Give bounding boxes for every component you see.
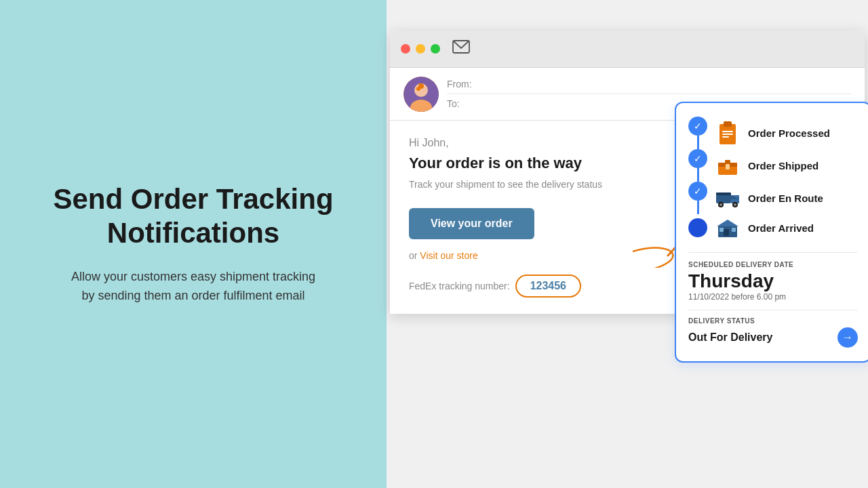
- to-label: To:: [447, 98, 474, 109]
- delivery-date-detail: 11/10/2022 before 6.00 pm: [688, 292, 858, 302]
- tracking-steps: ✓ Order Processed: [688, 117, 858, 241]
- store-link[interactable]: Visit our store: [420, 250, 477, 261]
- traffic-lights: [401, 44, 440, 54]
- connector-2: [697, 168, 699, 182]
- svg-rect-9: [724, 121, 732, 127]
- step-order-processed: ✓ Order Processed: [688, 117, 858, 149]
- status-row: Out For Delivery →: [688, 327, 858, 348]
- status-text: Out For Delivery: [688, 331, 772, 344]
- svg-point-24: [734, 203, 736, 206]
- delivery-date-label: SCHEDULED DELIVERY DATE: [688, 261, 858, 268]
- dot-green: [431, 44, 440, 54]
- dot-current: [688, 218, 707, 237]
- svg-rect-28: [719, 228, 724, 232]
- right-panel: From: To: Hi John, Your order is on the …: [387, 0, 868, 488]
- svg-rect-20: [716, 192, 731, 195]
- svg-rect-17: [716, 194, 731, 203]
- step-label-4: Order Arrived: [748, 222, 814, 234]
- status-label: DELIVERY STATUS: [688, 317, 858, 325]
- check-icon-1: ✓: [688, 117, 707, 136]
- svg-rect-15: [725, 160, 730, 163]
- browser-titlebar: [390, 30, 865, 68]
- svg-rect-29: [732, 228, 736, 232]
- check-icon-3: ✓: [688, 182, 707, 201]
- check-icon-2: ✓: [688, 149, 707, 168]
- svg-rect-16: [726, 164, 730, 169]
- step-order-shipped: ✓ Order Shipped: [688, 149, 858, 182]
- dot-yellow: [416, 44, 425, 54]
- step-label-3: Order En Route: [748, 192, 823, 204]
- tracking-label: FedEx tracking number:: [409, 281, 510, 291]
- connector-3: [697, 201, 699, 214]
- main-heading: Send Order Tracking Notifications: [41, 182, 346, 251]
- description: Allow your customers easy shipment track…: [64, 267, 322, 306]
- delivery-day: Thursday: [688, 271, 858, 292]
- step-wrapper-3: ✓: [688, 182, 707, 214]
- step-order-en-route: ✓: [688, 182, 858, 214]
- mail-icon: [452, 40, 470, 58]
- svg-point-5: [418, 83, 424, 89]
- svg-rect-11: [722, 134, 733, 135]
- svg-rect-27: [724, 229, 729, 236]
- store-link-prefix: or: [409, 250, 420, 261]
- tracking-number: 123456: [515, 274, 581, 298]
- step-wrapper-2: ✓: [688, 149, 707, 182]
- step-label-2: Order Shipped: [748, 160, 818, 171]
- step-wrapper-1: ✓: [688, 117, 707, 149]
- delivery-section: SCHEDULED DELIVERY DATE Thursday 11/10/2…: [688, 252, 858, 302]
- svg-marker-26: [717, 220, 738, 226]
- dot-red: [401, 44, 410, 54]
- store-icon: [714, 214, 741, 241]
- status-section: DELIVERY STATUS Out For Delivery →: [688, 310, 858, 348]
- svg-point-22: [719, 203, 722, 206]
- package-icon: [714, 152, 741, 179]
- step-label-1: Order Processed: [748, 127, 830, 139]
- from-field: From:: [447, 75, 851, 94]
- connector-1: [697, 136, 699, 149]
- svg-rect-10: [722, 131, 733, 132]
- truck-icon: [714, 184, 741, 211]
- tracking-card: ✓ Order Processed: [675, 102, 868, 363]
- step-order-arrived: Order Arrived: [688, 214, 858, 241]
- status-arrow-button[interactable]: →: [837, 327, 858, 348]
- avatar: [403, 77, 439, 112]
- view-order-button[interactable]: View your order: [409, 208, 534, 239]
- left-panel: Send Order Tracking Notifications Allow …: [0, 0, 387, 488]
- svg-rect-12: [722, 136, 729, 138]
- browser-window: From: To: Hi John, Your order is on the …: [390, 30, 865, 314]
- from-label: From:: [447, 79, 474, 89]
- clipboard-icon: [714, 119, 741, 146]
